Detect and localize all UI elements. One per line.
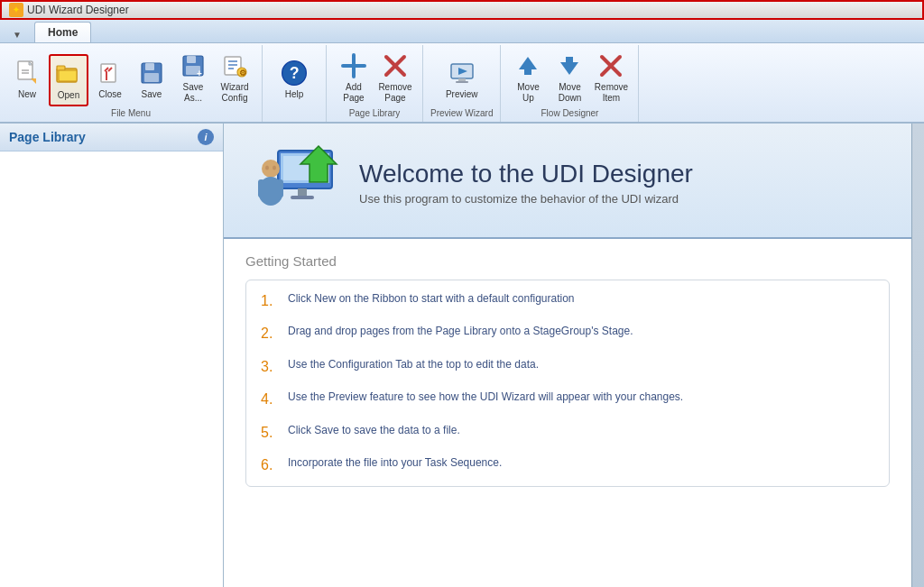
open-button[interactable]: Open (49, 54, 88, 106)
ribbon-group-flow-designer: Move Up Move Down Remo (501, 45, 639, 122)
help-group-label (293, 108, 296, 120)
remove-page-button[interactable]: Remove Page (375, 47, 415, 106)
close-label: Close (98, 89, 122, 100)
save-as-icon: + (179, 51, 208, 80)
quick-access-bar: ▼ (4, 26, 31, 42)
remove-item-label: Remove Item (594, 82, 628, 104)
help-buttons: ? Help (270, 47, 319, 106)
step-text-6: Incorporate the file into your Task Sequ… (288, 455, 502, 471)
svg-rect-36 (524, 69, 531, 75)
file-menu-buttons: New Open (7, 47, 254, 106)
new-button[interactable]: New (7, 54, 47, 106)
step-text-4: Use the Preview feature to see how the U… (288, 390, 683, 405)
step-number-4: 4. (261, 390, 282, 409)
add-page-icon (339, 51, 368, 80)
tab-home[interactable]: Home (34, 22, 91, 42)
svg-rect-49 (258, 179, 264, 197)
preview-button[interactable]: Preview (442, 54, 482, 106)
help-icon: ? (280, 59, 309, 87)
svg-rect-44 (298, 188, 307, 196)
title-bar: ✦ UDI Wizard Designer (0, 0, 924, 20)
page-library-buttons: Add Page Remove Page (334, 47, 415, 106)
step-1: 1. Click New on the Ribbon to start with… (261, 291, 874, 311)
move-down-button[interactable]: Move Down (550, 47, 589, 106)
close-icon (96, 59, 125, 87)
sidebar: Page Library i (0, 124, 224, 587)
right-scrollbar[interactable] (911, 124, 924, 587)
sidebar-info-button[interactable]: i (198, 129, 214, 145)
new-icon (13, 59, 42, 87)
remove-page-icon (381, 51, 410, 80)
add-page-label: Add Page (337, 82, 371, 104)
open-icon (54, 60, 83, 88)
flow-designer-buttons: Move Up Move Down Remo (508, 47, 631, 106)
welcome-area: Welcome to the UDI Designer Use this pro… (224, 124, 911, 239)
wizard-config-icon: ⚙ (220, 51, 249, 80)
svg-text:⚙: ⚙ (239, 69, 246, 78)
step-number-1: 1. (261, 291, 282, 311)
move-up-icon (513, 51, 542, 80)
preview-label: Preview (446, 89, 478, 100)
svg-marker-35 (519, 57, 537, 69)
sidebar-title: Page Library (9, 130, 86, 144)
svg-rect-38 (566, 57, 573, 62)
svg-point-51 (265, 166, 269, 170)
app-title: UDI Wizard Designer (27, 4, 129, 16)
welcome-image (251, 142, 341, 223)
svg-rect-7 (59, 70, 77, 81)
wizard-config-label: Wizard Config (217, 82, 252, 104)
svg-point-52 (273, 166, 276, 170)
save-icon (137, 59, 166, 87)
step-number-3: 3. (261, 357, 282, 377)
move-up-button[interactable]: Move Up (508, 47, 548, 106)
save-label: Save (142, 89, 162, 100)
sidebar-header: Page Library i (0, 124, 223, 151)
ribbon: New Open (0, 43, 924, 124)
welcome-heading: Welcome to the UDI Designer (359, 159, 693, 189)
app-icon: ✦ (9, 3, 23, 17)
remove-item-button[interactable]: Remove Item (591, 47, 631, 106)
ribbon-group-help: ? Help (263, 45, 327, 122)
step-5: 5. Click Save to save the data to a file… (261, 423, 874, 443)
preview-buttons: Preview (442, 47, 482, 106)
svg-text:+: + (197, 69, 202, 78)
step-6: 6. Incorporate the file into your Task S… (261, 455, 874, 475)
step-4: 4. Use the Preview feature to see how th… (261, 390, 874, 409)
help-label: Help (285, 89, 304, 100)
step-text-5: Click Save to save the data to a file. (288, 423, 460, 438)
welcome-subtext: Use this program to customize the behavi… (359, 192, 693, 206)
move-down-icon (555, 51, 584, 80)
flow-designer-label: Flow Designer (541, 108, 599, 120)
svg-rect-33 (456, 81, 468, 83)
step-2: 2. Drag and drop pages from the Page Lib… (261, 324, 874, 344)
ribbon-group-preview: Preview Preview Wizard (423, 45, 501, 122)
step-3: 3. Use the Configuration Tab at the top … (261, 357, 874, 377)
help-button[interactable]: ? Help (270, 54, 319, 106)
step-text-1: Click New on the Ribbon to start with a … (288, 291, 575, 307)
svg-text:?: ? (290, 64, 300, 82)
svg-rect-8 (101, 64, 116, 82)
svg-rect-13 (145, 63, 154, 70)
main-area: Page Library i (0, 124, 924, 587)
step-number-6: 6. (261, 455, 282, 475)
steps-container: 1. Click New on the Ribbon to start with… (245, 280, 890, 487)
save-as-button[interactable]: + Save As... (173, 47, 213, 106)
welcome-text: Welcome to the UDI Designer Use this pro… (359, 159, 693, 206)
getting-started-heading: Getting Started (245, 253, 890, 269)
add-page-button[interactable]: Add Page (334, 47, 374, 106)
page-library-label: Page Library (349, 108, 401, 120)
wizard-config-button[interactable]: ⚙ Wizard Config (215, 47, 254, 106)
svg-rect-6 (57, 66, 65, 70)
welcome-illustration (251, 142, 350, 223)
save-button[interactable]: Save (132, 54, 171, 106)
close-button[interactable]: Close (90, 54, 130, 106)
svg-rect-45 (291, 196, 314, 199)
svg-rect-14 (144, 73, 159, 82)
ribbon-group-page-library: Add Page Remove Page Page Library (327, 45, 423, 122)
remove-item-icon (596, 51, 625, 80)
getting-started-section: Getting Started 1. Click New on the Ribb… (224, 239, 911, 587)
svg-rect-50 (277, 179, 283, 197)
svg-point-47 (262, 160, 280, 178)
file-menu-label: File Menu (111, 108, 151, 120)
quick-access-menu[interactable]: ▼ (9, 26, 25, 42)
